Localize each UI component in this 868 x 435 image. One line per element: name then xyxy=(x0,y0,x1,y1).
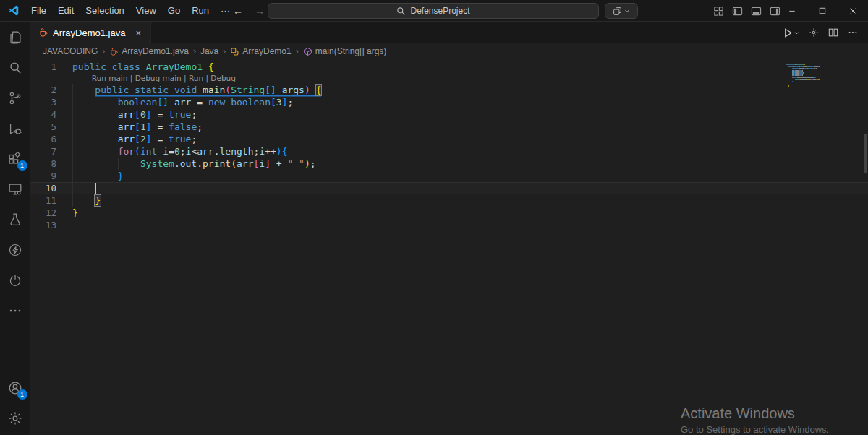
layout-sidebar-left-icon[interactable] xyxy=(732,6,743,17)
tab-close-icon[interactable]: × xyxy=(134,27,142,38)
activity-bar-item-run-and-debug[interactable] xyxy=(6,119,25,138)
code-line-4[interactable]: 4 arr[0] = true; xyxy=(30,108,868,121)
codelens-link[interactable]: Debug xyxy=(210,74,236,82)
breadcrumb-item[interactable]: ArrayDemo1.java xyxy=(108,46,190,57)
activity-bar-item-search[interactable] xyxy=(6,59,25,77)
code-line-9[interactable]: 9 } xyxy=(30,170,868,182)
customize-layout-icon[interactable] xyxy=(713,6,724,17)
symbol-class-icon xyxy=(230,47,239,56)
activity-bar-item-account[interactable]: 1 xyxy=(6,379,25,397)
minimap[interactable] xyxy=(786,64,826,92)
line-number[interactable]: 8 xyxy=(30,158,56,170)
line-number[interactable]: 12 xyxy=(30,207,56,219)
code-line-13[interactable]: 13 xyxy=(30,219,868,231)
activity-bar-item-extensions[interactable]: 1 xyxy=(6,150,25,168)
activity-bar-item-explorer[interactable] xyxy=(6,28,25,47)
split-editor-icon[interactable] xyxy=(828,27,838,38)
code-line-10[interactable]: 10 xyxy=(30,182,868,194)
more-actions-icon[interactable] xyxy=(848,27,858,38)
menu-run[interactable]: Run xyxy=(186,3,215,18)
codelens-link[interactable]: Run main xyxy=(92,74,128,82)
line-number[interactable]: 7 xyxy=(30,145,56,158)
code-lines: 1public class ArrayDemo1 {Run main | Deb… xyxy=(30,61,868,231)
code-line-6[interactable]: 6 arr[2] = true; xyxy=(30,133,868,145)
watermark-title: Activate Windows xyxy=(681,405,829,422)
beaker-icon xyxy=(7,212,23,228)
scrollbar-thumb[interactable] xyxy=(864,134,867,173)
code-line-1[interactable]: 1public class ArrayDemo1 { xyxy=(30,61,868,73)
menu-go[interactable]: Go xyxy=(162,3,186,18)
indent-guide xyxy=(72,133,73,145)
maximize-icon[interactable] xyxy=(807,0,838,22)
tab-arraydemo1[interactable]: ArrayDemo1.java × xyxy=(30,22,151,43)
code-line-5[interactable]: 5 arr[1] = false; xyxy=(30,121,868,133)
lightning-circle-icon xyxy=(7,242,23,258)
code-line-7[interactable]: 7 for(int i=0;i<arr.length;i++){ xyxy=(30,145,868,158)
menu-view[interactable]: View xyxy=(130,3,162,18)
indent-guide xyxy=(72,194,73,207)
code-line-2[interactable]: 2 public static void main(String[] args)… xyxy=(30,84,868,96)
breadcrumb-separator: › xyxy=(190,46,199,56)
indent-guide xyxy=(72,170,73,182)
back-arrow-icon[interactable]: ← xyxy=(233,5,243,17)
code-line-8[interactable]: 8 System.out.print(arr[i] + " "); xyxy=(30,158,868,170)
breadcrumb-separator: › xyxy=(220,46,229,56)
source-control-icon xyxy=(7,90,23,106)
line-number[interactable]: 5 xyxy=(30,121,56,133)
line-number[interactable]: 3 xyxy=(30,96,56,108)
activity-bar-bottom: 1 xyxy=(6,372,25,435)
menu-selection[interactable]: Selection xyxy=(80,3,129,18)
remote-explorer-icon xyxy=(7,181,23,197)
indent-guide xyxy=(72,182,73,194)
breadcrumb-item[interactable]: Java xyxy=(199,46,220,57)
run-button[interactable] xyxy=(783,27,799,38)
line-number[interactable]: 13 xyxy=(30,219,56,231)
breadcrumb-separator: › xyxy=(293,46,302,56)
symbol-method-icon xyxy=(303,47,312,56)
code-line-3[interactable]: 3 boolean[] arr = new boolean[3]; xyxy=(30,96,868,108)
codelens-link[interactable]: Debug main xyxy=(135,74,182,82)
activity-bar-item-power[interactable] xyxy=(6,271,25,290)
activity-bar-item-lightning[interactable] xyxy=(6,241,25,259)
activity-bar-item-more[interactable] xyxy=(6,301,25,320)
watermark-subtitle: Go to Settings to activate Windows. xyxy=(681,424,829,435)
breadcrumb-item[interactable]: main(String[] args) xyxy=(302,46,388,57)
title-bar: FileEditSelectionViewGoRun··· ← → Defens… xyxy=(0,0,868,22)
code-line-11[interactable]: 11 } xyxy=(30,194,868,207)
close-icon[interactable] xyxy=(838,0,868,22)
line-number[interactable]: 10 xyxy=(30,182,56,194)
codelens-separator: | xyxy=(182,74,189,82)
session-picker-button[interactable] xyxy=(605,3,638,19)
command-center-search[interactable]: DefenseProject xyxy=(268,3,599,19)
breadcrumb-item[interactable]: JAVACODING xyxy=(41,46,99,57)
code-line-12[interactable]: 12} xyxy=(30,207,868,219)
menu-file[interactable]: File xyxy=(25,3,52,18)
breadcrumb-item[interactable]: ArrayDemo1 xyxy=(229,46,292,57)
line-number[interactable]: 2 xyxy=(30,84,56,96)
gear-icon[interactable] xyxy=(809,27,819,38)
activity-bar-item-settings[interactable] xyxy=(6,409,25,428)
line-number[interactable]: 9 xyxy=(30,170,56,182)
line-number[interactable]: 4 xyxy=(30,108,56,121)
activity-bar-item-testing[interactable] xyxy=(6,210,25,229)
layout-controls xyxy=(713,0,780,22)
text-cursor xyxy=(95,183,96,194)
run-and-debug-icon xyxy=(7,121,23,137)
forward-arrow-icon[interactable]: → xyxy=(255,5,265,17)
minimize-icon[interactable] xyxy=(777,0,807,22)
indent-guide xyxy=(72,145,73,158)
activity-bar-item-source-control[interactable] xyxy=(6,89,25,108)
search-icon xyxy=(396,7,406,16)
editor[interactable]: 1public class ArrayDemo1 {Run main | Deb… xyxy=(30,59,868,435)
activity-bar-item-remote-explorer[interactable] xyxy=(6,180,25,199)
history-nav: ← → xyxy=(233,0,265,22)
more-icon xyxy=(7,303,23,319)
line-number[interactable]: 1 xyxy=(30,61,56,73)
codelens-link[interactable]: Run xyxy=(189,74,203,82)
search-value: DefenseProject xyxy=(410,6,469,16)
menu-edit[interactable]: Edit xyxy=(52,3,80,18)
line-number[interactable]: 6 xyxy=(30,133,56,145)
activity-bar: 1 1 xyxy=(0,22,30,435)
line-number[interactable]: 11 xyxy=(30,194,56,207)
layout-panel-icon[interactable] xyxy=(751,6,762,17)
